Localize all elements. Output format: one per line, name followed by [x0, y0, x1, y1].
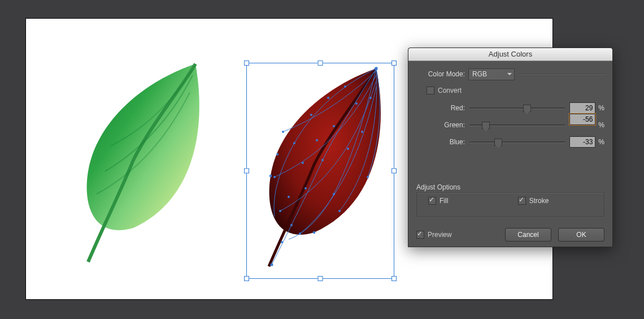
- svg-point-7: [282, 131, 284, 133]
- selection-handle[interactable]: [244, 169, 249, 174]
- channel-value-input[interactable]: -56: [569, 114, 595, 125]
- slider-thumb[interactable]: [482, 122, 490, 129]
- svg-point-26: [288, 196, 290, 198]
- convert-checkbox[interactable]: [427, 87, 434, 94]
- selection-handle[interactable]: [244, 276, 249, 281]
- svg-point-16: [321, 159, 324, 161]
- svg-point-4: [333, 193, 335, 195]
- workspace: Adjust Colors Color Mode: RGB Convert Re…: [0, 0, 644, 319]
- channel-slider[interactable]: [469, 121, 565, 129]
- channel-slider[interactable]: [469, 138, 565, 146]
- svg-point-6: [293, 142, 295, 144]
- selection-handle[interactable]: [391, 169, 397, 174]
- percent-label: %: [598, 138, 604, 146]
- preview-checkbox[interactable]: [416, 231, 424, 239]
- svg-point-12: [355, 102, 358, 105]
- channel-label: Blue:: [416, 138, 468, 146]
- ok-button[interactable]: OK: [558, 228, 604, 242]
- svg-point-18: [290, 224, 293, 226]
- svg-point-10: [299, 232, 301, 235]
- color-mode-value: RGB: [472, 70, 487, 78]
- green-leaf-art[interactable]: [66, 58, 212, 268]
- svg-point-17: [304, 187, 307, 189]
- channel-value-input[interactable]: 29: [569, 102, 595, 114]
- stroke-checkbox[interactable]: [518, 197, 526, 205]
- percent-label: %: [598, 121, 604, 129]
- svg-point-3: [269, 175, 272, 178]
- svg-point-5: [338, 210, 341, 212]
- svg-point-14: [327, 97, 329, 99]
- selection-handle[interactable]: [244, 61, 249, 66]
- chevron-down-icon: [507, 73, 512, 75]
- selection-handle[interactable]: [318, 276, 323, 281]
- slider-thumb[interactable]: [494, 139, 502, 146]
- svg-point-24: [316, 139, 318, 141]
- svg-point-22: [347, 148, 349, 150]
- fill-checkbox[interactable]: [428, 197, 436, 205]
- svg-point-20: [361, 131, 363, 133]
- red-leaf-art-selected[interactable]: [249, 64, 390, 276]
- svg-point-21: [369, 97, 372, 99]
- svg-point-0: [375, 67, 377, 70]
- svg-point-11: [367, 176, 369, 178]
- divider: [519, 74, 604, 75]
- svg-point-27: [276, 153, 279, 156]
- svg-point-25: [302, 162, 304, 164]
- svg-point-19: [281, 241, 283, 243]
- svg-point-13: [344, 85, 346, 88]
- adjust-options-label: Adjust Options: [416, 183, 604, 191]
- fill-label: Fill: [440, 197, 448, 205]
- preview-label: Preview: [428, 231, 452, 239]
- channel-label: Red:: [416, 104, 468, 112]
- color-mode-label: Color Mode:: [416, 70, 468, 78]
- dialog-title[interactable]: Adjust Colors: [408, 48, 612, 61]
- svg-point-1: [271, 264, 273, 266]
- channel-label: Green:: [416, 121, 468, 129]
- adjust-colors-dialog: Adjust Colors Color Mode: RGB Convert Re…: [408, 48, 613, 247]
- channel-slider[interactable]: [469, 104, 565, 112]
- convert-label: Convert: [438, 87, 462, 94]
- color-mode-select[interactable]: RGB: [468, 68, 515, 80]
- slider-thumb[interactable]: [523, 105, 531, 112]
- svg-point-9: [279, 210, 281, 212]
- channel-value-input[interactable]: -33: [569, 136, 595, 148]
- svg-point-23: [333, 125, 335, 127]
- svg-point-8: [273, 176, 276, 178]
- selection-handle[interactable]: [391, 61, 397, 66]
- cancel-button[interactable]: Cancel: [505, 228, 551, 242]
- svg-point-15: [310, 114, 312, 116]
- svg-point-2: [313, 231, 316, 234]
- percent-label: %: [598, 104, 604, 112]
- selection-handle[interactable]: [391, 276, 397, 281]
- stroke-label: Stroke: [529, 197, 549, 205]
